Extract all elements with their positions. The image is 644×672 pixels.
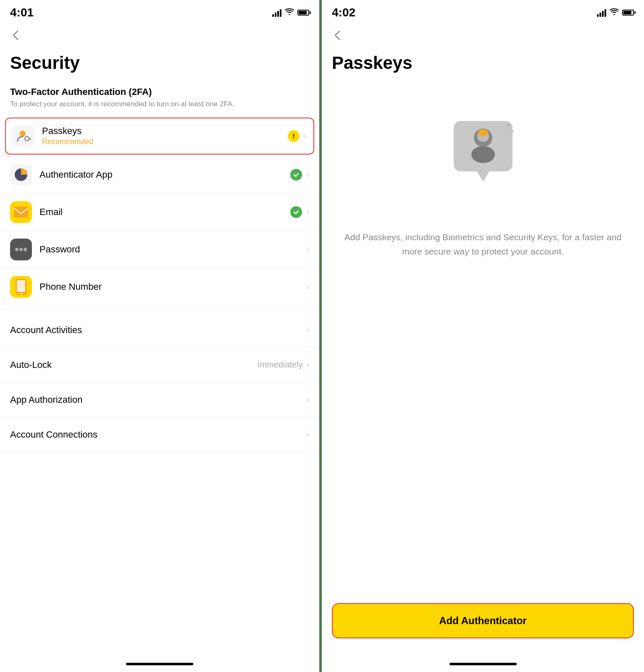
passkeys-illustration-svg (445, 117, 521, 192)
email-icon-container (10, 201, 32, 223)
signal-bar-4 (280, 9, 281, 17)
account-activities-label: Account Activities (10, 325, 306, 336)
email-chevron: › (306, 207, 309, 218)
auto-lock-label: Auto-Lock (10, 360, 258, 370)
phone-number-item[interactable]: Phone Number › (0, 268, 319, 306)
svg-point-21 (478, 129, 488, 136)
phone-number-text: Phone Number (39, 281, 306, 292)
authenticator-right: › (290, 169, 309, 181)
email-item[interactable]: Email › (0, 194, 319, 231)
svg-text:!: ! (292, 133, 294, 139)
svg-point-1 (25, 136, 29, 141)
account-connections-label: Account Connections (10, 429, 306, 440)
passkeys-chevron: › (304, 131, 307, 142)
svg-point-20 (471, 146, 495, 163)
svg-rect-12 (19, 293, 23, 294)
two-fa-section-header: Two-Factor Authentication (2FA) To prote… (0, 83, 319, 111)
right-time: 4:02 (332, 6, 355, 19)
password-text: Password (39, 244, 306, 255)
phone-number-chevron: › (306, 281, 309, 292)
svg-point-17 (505, 132, 507, 134)
passkeys-text: Passkeys Recommended (42, 126, 288, 146)
right-status-icons (597, 8, 634, 18)
authenticator-chevron: › (306, 169, 309, 180)
account-connections-item[interactable]: Account Connections › (0, 417, 319, 452)
password-item[interactable]: Password › (0, 231, 319, 268)
password-title: Password (39, 244, 306, 255)
two-fa-subtitle: To protect your account, it is recommend… (10, 99, 309, 109)
passkeys-illustration (322, 117, 644, 192)
right-battery-icon (622, 10, 634, 16)
right-panel: 4:02 (322, 0, 644, 672)
account-activities-item[interactable]: Account Activities › (0, 313, 319, 348)
left-status-icons (272, 8, 309, 18)
illustration-container (445, 117, 521, 192)
right-wifi-icon (610, 8, 619, 18)
auto-lock-value: Immediately (258, 360, 303, 370)
add-authenticator-button-container: Add Authenticator (332, 603, 634, 638)
main-divider (0, 309, 319, 310)
right-signal-icon (597, 8, 606, 17)
left-time: 4:01 (10, 6, 34, 19)
password-icon (13, 245, 29, 254)
email-title: Email (39, 207, 290, 218)
passkeys-title: Passkeys (42, 126, 288, 136)
phone-number-title: Phone Number (39, 281, 306, 292)
svg-point-0 (20, 131, 26, 136)
left-back-button[interactable] (0, 23, 319, 46)
svg-point-7 (15, 248, 18, 251)
plain-items-list: Account Activities › Auto-Lock Immediate… (0, 313, 319, 452)
add-authenticator-button[interactable]: Add Authenticator (332, 603, 634, 638)
passkeys-icon-container (13, 125, 34, 147)
auto-lock-chevron: › (306, 360, 309, 370)
security-items-list: Passkeys Recommended ! › A (0, 118, 319, 306)
phone-number-right: › (306, 281, 309, 292)
svg-point-9 (24, 248, 27, 251)
phone-icon-container (10, 276, 32, 298)
passkeys-warning-icon: ! (288, 130, 300, 142)
authenticator-icon-container (10, 164, 32, 186)
svg-point-16 (512, 131, 513, 132)
right-home-indicator (449, 663, 517, 665)
email-text: Email (39, 207, 290, 218)
passkeys-subtitle: Recommended (42, 137, 288, 146)
passkeys-right: ! › (288, 130, 307, 142)
passkeys-item[interactable]: Passkeys Recommended ! › (5, 118, 314, 155)
signal-bar-3 (277, 11, 279, 17)
email-right: › (290, 206, 309, 218)
wifi-icon (285, 8, 294, 18)
app-authorization-item[interactable]: App Authorization › (0, 383, 319, 417)
auto-lock-item[interactable]: Auto-Lock Immediately › (0, 348, 319, 383)
right-back-button[interactable] (322, 23, 644, 46)
authenticator-text: Authenticator App (39, 169, 290, 180)
svg-rect-3 (30, 139, 31, 140)
passkeys-icon (16, 129, 31, 144)
right-status-bar: 4:02 (322, 0, 644, 23)
email-icon (13, 206, 29, 218)
right-page-title: Passkeys (322, 46, 644, 83)
account-activities-chevron: › (306, 325, 309, 336)
app-authorization-label: App Authorization (10, 394, 306, 405)
svg-rect-11 (17, 280, 25, 292)
authenticator-title: Authenticator App (39, 169, 290, 180)
left-status-bar: 4:01 (0, 0, 319, 23)
battery-fill (299, 11, 307, 14)
authenticator-app-item[interactable]: Authenticator App › (0, 156, 319, 194)
password-chevron: › (306, 244, 309, 255)
svg-marker-14 (477, 171, 489, 182)
signal-icon (272, 8, 281, 17)
signal-bar-2 (275, 13, 276, 17)
two-fa-title: Two-Factor Authentication (2FA) (10, 87, 309, 97)
left-page-title: Security (0, 46, 319, 83)
left-home-indicator (126, 663, 193, 665)
svg-point-15 (507, 124, 510, 126)
svg-rect-6 (14, 207, 28, 218)
app-authorization-chevron: › (306, 394, 309, 405)
left-panel: 4:01 (0, 0, 322, 672)
battery-icon (297, 10, 309, 16)
email-success-icon (290, 206, 302, 218)
authenticator-icon (13, 167, 29, 182)
password-right: › (306, 244, 309, 255)
password-icon-container (10, 239, 32, 260)
authenticator-success-icon (290, 169, 302, 181)
